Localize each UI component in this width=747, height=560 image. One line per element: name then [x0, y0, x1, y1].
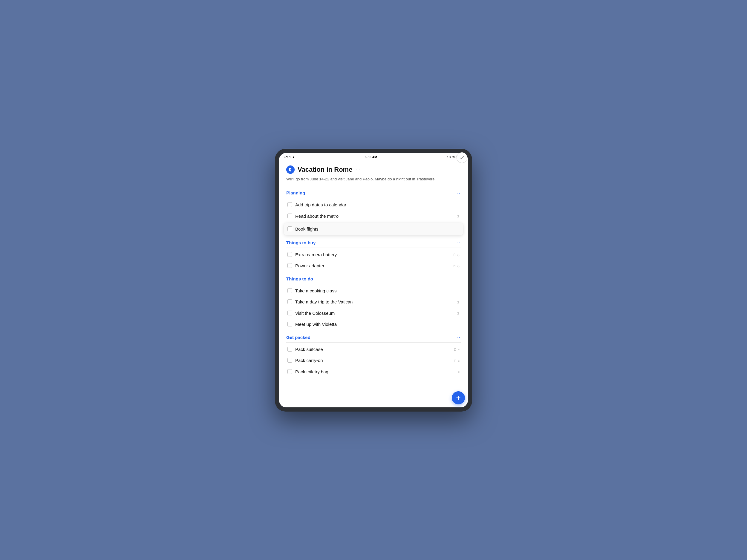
section-more-things-to-do[interactable]: ··· [455, 276, 461, 281]
checkbox-t7[interactable] [287, 299, 292, 304]
section-title-things-to-buy: Things to buy [286, 240, 315, 245]
device: iPad ▲ 6:06 AM 100% Vacation in Rome [275, 149, 472, 411]
battery-label: 100% [447, 155, 455, 159]
status-bar: iPad ▲ 6:06 AM 100% [279, 153, 468, 160]
title-row: Vacation in Rome ··· [286, 165, 461, 174]
status-left: iPad ▲ [284, 155, 295, 159]
add-button[interactable] [452, 391, 465, 404]
task-icons-t7: 🗒 [456, 300, 460, 304]
section-header-planning: Planning··· [286, 188, 461, 198]
wifi-icon: ▲ [292, 155, 295, 159]
checkbox-t1[interactable] [287, 202, 292, 207]
task-item-t3: Book flights [284, 223, 463, 235]
task-attachment-icon: ≡ [458, 370, 460, 374]
task-item-t1: Add trip dates to calendar [286, 199, 461, 211]
task-label-t2: Read about the metro [295, 213, 455, 219]
task-icons-t11: 🗒≡ [454, 359, 460, 363]
section-header-things-to-do: Things to do··· [286, 274, 461, 284]
task-icons-t5: 🗒◇ [453, 264, 460, 268]
page-title: Vacation in Rome [298, 166, 352, 174]
ipad-label: iPad [284, 155, 290, 159]
task-item-t2: Read about the metro🗒 [286, 211, 461, 222]
task-attachment-icon: 🗒 [453, 264, 456, 268]
task-attachment-icon: 🗒 [453, 253, 456, 257]
task-attachment-icon: 🗒 [454, 359, 457, 363]
task-label-t10: Pack suitcase [295, 346, 452, 352]
main-content: Vacation in Rome ··· We'll go from June … [279, 160, 468, 407]
checkbox-t4[interactable] [287, 252, 292, 257]
task-attachment-icon: 🗒 [456, 214, 460, 218]
checkbox-t3[interactable] [287, 226, 292, 231]
task-attachment-icon: 🗒 [456, 300, 460, 304]
task-item-t10: Pack suitcase🗒≡ [286, 344, 461, 355]
task-label-t11: Pack carry-on [295, 357, 452, 364]
task-label-t5: Power adapter [295, 263, 452, 269]
checkbox-t10[interactable] [287, 347, 292, 351]
section-title-planning: Planning [286, 190, 305, 195]
task-label-t12: Pack toiletry bag [295, 369, 456, 375]
task-item-t12: Pack toiletry bag≡ [286, 366, 461, 377]
task-item-t6: Take a cooking class [286, 285, 461, 297]
checkbox-t9[interactable] [287, 322, 292, 326]
section-more-things-to-buy[interactable]: ··· [455, 240, 461, 245]
screen: iPad ▲ 6:06 AM 100% Vacation in Rome [279, 153, 468, 407]
list-icon [286, 165, 294, 174]
task-icons-t2: 🗒 [456, 214, 460, 218]
section-header-things-to-buy: Things to buy··· [286, 238, 461, 248]
task-item-t9: Meet up with Violetta [286, 319, 461, 330]
checkbox-t2[interactable] [287, 214, 292, 218]
section-title-things-to-do: Things to do [286, 276, 313, 281]
section-more-planning[interactable]: ··· [455, 191, 461, 195]
sections-container: Planning···Add trip dates to calendarRea… [286, 188, 461, 377]
task-attachment-icon: ≡ [458, 359, 460, 363]
checkbox-t11[interactable] [287, 358, 292, 363]
task-item-t8: Visit the Colosseum🗒 [286, 308, 461, 319]
task-attachment-icon: ≡ [458, 348, 460, 351]
task-attachment-icon: ◇ [457, 264, 460, 268]
section-things-to-buy: Things to buy···Extra camera battery🗒◇Po… [286, 238, 461, 271]
section-things-to-do: Things to do···Take a cooking classTake … [286, 274, 461, 330]
status-time: 6:06 AM [365, 155, 378, 159]
section-header-get-packed: Get packed··· [286, 332, 461, 343]
task-label-t6: Take a cooking class [295, 288, 460, 294]
task-label-t9: Meet up with Violetta [295, 321, 460, 327]
checkbox-t6[interactable] [287, 288, 292, 293]
header-more-button[interactable]: ··· [355, 167, 361, 172]
task-icons-t8: 🗒 [456, 312, 460, 315]
task-label-t7: Take a day trip to the Vatican [295, 299, 455, 305]
task-item-t11: Pack carry-on🗒≡ [286, 355, 461, 366]
task-item-t4: Extra camera battery🗒◇ [286, 249, 461, 261]
checkbox-t8[interactable] [287, 311, 292, 315]
task-label-t1: Add trip dates to calendar [295, 202, 460, 208]
task-icons-t12: ≡ [458, 370, 460, 374]
description-text: We'll go from June 14-22 and visit Jane … [286, 176, 461, 182]
task-label-t8: Visit the Colosseum [295, 310, 455, 316]
section-planning: Planning···Add trip dates to calendarRea… [286, 188, 461, 235]
task-attachment-icon: ◇ [457, 253, 460, 257]
task-attachment-icon: 🗒 [456, 312, 460, 315]
task-item-t5: Power adapter🗒◇ [286, 260, 461, 271]
checkbox-t12[interactable] [287, 369, 292, 374]
section-title-get-packed: Get packed [286, 335, 310, 340]
section-get-packed: Get packed···Pack suitcase🗒≡Pack carry-o… [286, 332, 461, 377]
task-label-t3: Book flights [295, 226, 460, 232]
task-attachment-icon: 🗒 [454, 348, 457, 351]
task-item-t7: Take a day trip to the Vatican🗒 [286, 296, 461, 308]
task-label-t4: Extra camera battery [295, 252, 452, 258]
task-icons-t4: 🗒◇ [453, 253, 460, 257]
task-icons-t10: 🗒≡ [454, 348, 460, 351]
done-button[interactable] [457, 153, 467, 163]
checkbox-t5[interactable] [287, 263, 292, 268]
section-more-get-packed[interactable]: ··· [455, 335, 461, 340]
